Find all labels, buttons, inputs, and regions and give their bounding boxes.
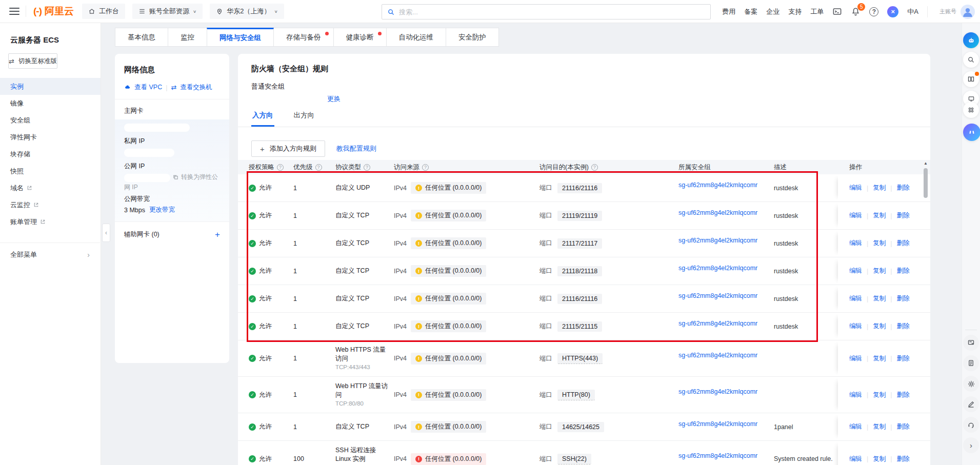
tab-outbound[interactable]: 出方向 [293, 111, 316, 127]
menu-enterprise[interactable]: 企业 [766, 7, 779, 16]
delete-action[interactable]: 删除 [897, 267, 910, 275]
ai-assistant-icon[interactable] [963, 124, 980, 141]
edit-action[interactable]: 编辑 [849, 455, 862, 463]
search-icon[interactable] [963, 52, 979, 68]
help-icon[interactable]: ? [422, 164, 429, 171]
tab-inbound[interactable]: 入方向 [251, 111, 274, 127]
account-menu[interactable]: 主账号 [939, 5, 975, 19]
menu-icp[interactable]: 备案 [744, 7, 757, 16]
delete-action[interactable]: 删除 [897, 322, 910, 331]
edit-action[interactable]: 编辑 [849, 322, 862, 331]
change-bandwidth-link[interactable]: 更改带宽 [149, 206, 175, 214]
copy-action[interactable]: 复制 [873, 267, 886, 275]
menu-tickets[interactable]: 工单 [810, 7, 824, 16]
docs-book-icon[interactable] [963, 71, 979, 87]
scroll-up-icon[interactable]: ▲ [923, 161, 929, 166]
edit-action[interactable]: 编辑 [849, 294, 862, 303]
switch-to-standard-button[interactable]: ⇄ 切换至标准版 [8, 53, 57, 69]
table-scrollbar[interactable]: ▲ ▼ [923, 161, 929, 465]
delete-action[interactable]: 删除 [897, 184, 910, 192]
sidebar-all-menu[interactable]: 全部菜单 › [0, 242, 100, 266]
avatar[interactable] [961, 5, 975, 19]
delete-action[interactable]: 删除 [897, 239, 910, 248]
copy-action[interactable]: 复制 [873, 294, 886, 303]
sidebar-item-cloudmonitor[interactable]: 云监控 [0, 196, 101, 213]
delete-action[interactable]: 删除 [897, 211, 910, 220]
copy-icon[interactable] [173, 174, 178, 180]
security-group-link[interactable]: sg-uf62mm8g4el2kmlqcomr [678, 388, 757, 395]
delete-action[interactable]: 删除 [897, 391, 910, 399]
edit-action[interactable]: 编辑 [849, 422, 862, 431]
sidebar-item-images[interactable]: 镜像 [0, 95, 101, 112]
copy-action[interactable]: 复制 [873, 391, 886, 399]
sidebar-item-eni[interactable]: 弹性网卡 [0, 129, 101, 146]
tab-security-protection[interactable]: 安全防护 [446, 28, 499, 47]
sidebar-item-snapshots[interactable]: 快照 [0, 163, 101, 179]
copy-action[interactable]: 复制 [873, 455, 886, 463]
security-group-link[interactable]: sg-uf62mm8g4el2kmlqcomr [678, 452, 757, 459]
help-icon[interactable]: ? [869, 7, 878, 16]
global-search[interactable] [382, 4, 711, 19]
delete-action[interactable]: 删除 [897, 455, 910, 463]
sidebar-item-security-groups[interactable]: 安全组 [0, 112, 101, 129]
region-selector[interactable]: 华东2（上海） ∨ [210, 4, 284, 19]
sidebar-item-billing[interactable]: 账单管理 [0, 213, 101, 230]
tab-automation-ops[interactable]: 自动化运维 [386, 28, 447, 47]
menu-billing[interactable]: 费用 [722, 7, 735, 16]
tab-network-security[interactable]: 网络与安全组 [207, 28, 274, 47]
change-security-group-link[interactable]: 更换 [327, 95, 341, 103]
feedback-pencil-icon[interactable] [963, 396, 979, 412]
security-group-link[interactable]: sg-uf62mm8g4el2kmlqcomr [678, 237, 757, 244]
workbench-button[interactable]: 工作台 [82, 4, 125, 19]
copy-action[interactable]: 复制 [873, 354, 886, 363]
edit-action[interactable]: 编辑 [849, 391, 862, 399]
configure-rules-guide-link[interactable]: 教我配置规则 [336, 144, 376, 153]
security-group-link[interactable]: sg-uf62mm8g4el2kmlqcomr [678, 352, 757, 359]
scrollbar-thumb[interactable] [924, 168, 928, 198]
hamburger-menu-icon[interactable] [9, 8, 19, 15]
tab-storage-backup[interactable]: 存储与备份 [273, 28, 334, 47]
settings-gear-icon[interactable] [963, 376, 979, 392]
security-group-link[interactable]: sg-uf62mm8g4el2kmlqcomr [678, 420, 757, 428]
aliyun-logo[interactable]: (-) 阿里云 [33, 5, 74, 18]
sidebar-item-block-storage[interactable]: 块存储 [0, 146, 101, 163]
help-icon[interactable]: ? [315, 164, 322, 171]
console-panel-icon[interactable] [963, 335, 979, 351]
view-vswitch-link[interactable]: 查看交换机 [180, 83, 212, 92]
security-group-link[interactable]: sg-uf62mm8g4el2kmlqcomr [678, 209, 757, 216]
edit-action[interactable]: 编辑 [849, 211, 862, 220]
language-switch-icon[interactable]: 中A [907, 7, 918, 16]
convert-eip-link-line2[interactable]: 网 IP [124, 183, 220, 192]
security-group-link[interactable]: sg-uf62mm8g4el2kmlqcomr [678, 320, 757, 327]
sidebar-collapse-handle[interactable]: ‹ [102, 224, 110, 242]
notifications-bell-icon[interactable]: 5 [851, 7, 861, 16]
security-group-link[interactable]: sg-uf62mm8g4el2kmlqcomr [678, 181, 757, 189]
tab-health-diagnosis[interactable]: 健康诊断 [333, 28, 387, 47]
view-vpc-link[interactable]: 查看 VPC [134, 83, 162, 92]
sidebar-item-instances[interactable]: 实例 [0, 78, 101, 95]
menu-support[interactable]: 支持 [788, 7, 802, 16]
help-icon[interactable]: ? [277, 164, 284, 171]
collapse-chevron-icon[interactable]: › [963, 437, 979, 453]
account-resources-selector[interactable]: 账号全部资源 ∨ [132, 4, 203, 19]
edit-action[interactable]: 编辑 [849, 184, 862, 192]
apps-grid-icon[interactable] [963, 102, 979, 118]
api-doc-icon[interactable] [963, 355, 979, 371]
copy-action[interactable]: 复制 [873, 322, 886, 331]
delete-action[interactable]: 删除 [897, 294, 910, 303]
search-input[interactable] [399, 8, 705, 16]
edit-action[interactable]: 编辑 [849, 267, 862, 275]
sidebar-item-domains[interactable]: 域名 [0, 179, 101, 196]
add-inbound-rule-button[interactable]: + 添加入方向规则 [251, 140, 325, 157]
security-group-link[interactable]: sg-uf62mm8g4el2kmlqcomr [678, 292, 757, 299]
copy-action[interactable]: 复制 [873, 184, 886, 192]
add-nic-button[interactable]: + [215, 230, 220, 239]
convert-eip-link[interactable]: 转换为弹性公 [181, 173, 218, 181]
app-sphere-icon[interactable]: × [887, 6, 898, 17]
support-headset-icon[interactable] [963, 417, 979, 433]
help-icon[interactable]: ? [364, 164, 370, 171]
tab-basic-info[interactable]: 基本信息 [115, 28, 168, 47]
security-group-link[interactable]: sg-uf62mm8g4el2kmlqcomr [678, 265, 757, 272]
cloud-shell-icon[interactable] [832, 7, 842, 16]
edit-action[interactable]: 编辑 [849, 354, 862, 363]
